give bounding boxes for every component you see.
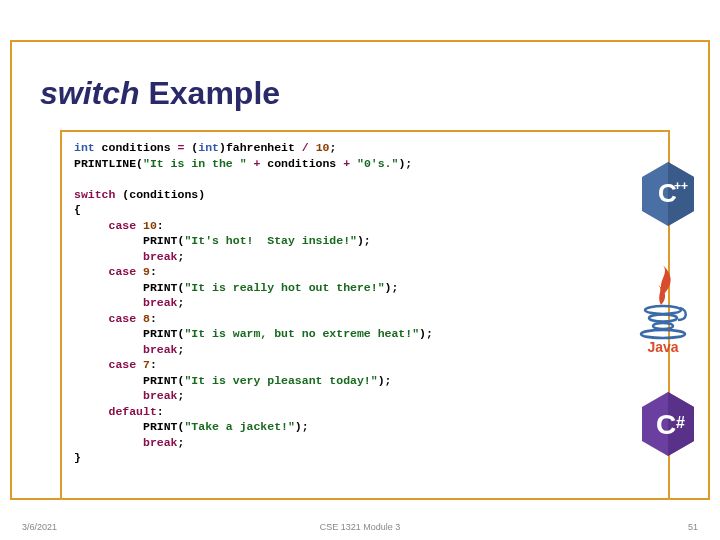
svg-text:++: ++ — [674, 179, 688, 193]
svg-point-5 — [649, 315, 677, 322]
svg-text:#: # — [676, 414, 685, 431]
code-block: int conditions = (int)fahrenheit / 10;PR… — [74, 140, 658, 466]
svg-point-6 — [653, 323, 673, 329]
footer-course: CSE 1321 Module 3 — [0, 522, 720, 532]
svg-point-4 — [645, 306, 681, 314]
title-rest: Example — [140, 75, 281, 111]
svg-text:Java: Java — [647, 339, 678, 355]
svg-text:C: C — [656, 409, 676, 440]
java-logo-icon: Java — [628, 260, 698, 359]
title-switch: switch — [40, 75, 140, 111]
footer-page-number: 51 — [688, 522, 698, 532]
csharp-logo-icon: C # — [638, 390, 698, 462]
slide-title: switch Example — [40, 75, 280, 112]
code-frame: int conditions = (int)fahrenheit / 10;PR… — [60, 130, 670, 500]
cpp-logo-icon: C ++ — [638, 160, 698, 232]
svg-point-7 — [641, 330, 685, 338]
